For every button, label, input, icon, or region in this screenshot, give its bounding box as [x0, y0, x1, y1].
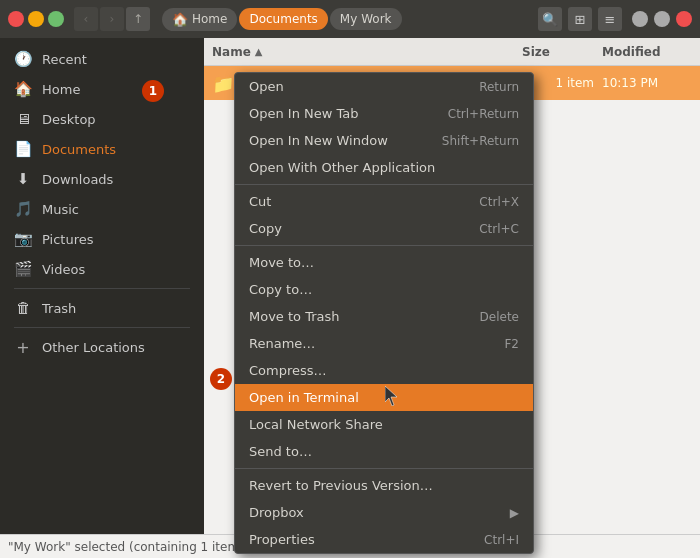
breadcrumb-home[interactable]: 🏠 Home	[162, 8, 237, 31]
ctx-open-new-tab[interactable]: Open In New Tab Ctrl+Return	[235, 100, 533, 127]
ctx-divider-2	[235, 245, 533, 246]
sidebar-item-desktop[interactable]: 🖥 Desktop	[0, 104, 204, 134]
sidebar-item-documents[interactable]: 📄 Documents	[0, 134, 204, 164]
ctx-send-to[interactable]: Send to…	[235, 438, 533, 465]
window-close-button[interactable]	[676, 11, 692, 27]
search-button[interactable]: 🔍	[538, 7, 562, 31]
ctx-copy-label: Copy	[249, 221, 282, 236]
col-size-header[interactable]: Size	[522, 45, 602, 59]
sort-arrow-icon: ▲	[255, 46, 263, 57]
other-locations-icon: +	[14, 338, 32, 357]
ctx-open-new-tab-label: Open In New Tab	[249, 106, 359, 121]
view-toggle-button[interactable]: ⊞	[568, 7, 592, 31]
ctx-open-label: Open	[249, 79, 284, 94]
breadcrumb: 🏠 Home Documents My Work	[162, 8, 534, 31]
downloads-icon: ⬇	[14, 170, 32, 188]
ctx-open-terminal-label: Open in Terminal	[249, 390, 359, 405]
ctx-move-to-trash-shortcut: Delete	[480, 310, 519, 324]
ctx-properties-shortcut: Ctrl+I	[484, 533, 519, 547]
status-text: "My Work" selected (containing 1 item)	[8, 540, 244, 554]
ctx-compress[interactable]: Compress…	[235, 357, 533, 384]
home-icon: 🏠	[172, 12, 188, 27]
ctx-open-new-window-shortcut: Shift+Return	[442, 134, 519, 148]
ctx-copy-to[interactable]: Copy to…	[235, 276, 533, 303]
ctx-compress-label: Compress…	[249, 363, 327, 378]
ctx-open-terminal[interactable]: Open in Terminal	[235, 384, 533, 411]
main-layout: 🕐 Recent 🏠 Home 🖥 Desktop 📄 Documents ⬇ …	[0, 38, 700, 534]
context-menu: Open Return Open In New Tab Ctrl+Return …	[234, 72, 534, 554]
menu-button[interactable]: ≡	[598, 7, 622, 31]
ctx-revert[interactable]: Revert to Previous Version…	[235, 472, 533, 499]
breadcrumb-documents[interactable]: Documents	[239, 8, 327, 30]
documents-icon: 📄	[14, 140, 32, 158]
ctx-move-to-label: Move to…	[249, 255, 314, 270]
ctx-cut-shortcut: Ctrl+X	[479, 195, 519, 209]
trash-icon: 🗑	[14, 299, 32, 317]
sidebar-item-home[interactable]: 🏠 Home	[0, 74, 204, 104]
ctx-dropbox-label: Dropbox	[249, 505, 304, 520]
home-sidebar-icon: 🏠	[14, 80, 32, 98]
sidebar-item-videos[interactable]: 🎬 Videos	[0, 254, 204, 284]
ctx-open-with[interactable]: Open With Other Application	[235, 154, 533, 181]
recent-icon: 🕐	[14, 50, 32, 68]
ctx-dropbox-arrow: ▶	[510, 506, 519, 520]
ctx-move-to-trash[interactable]: Move to Trash Delete	[235, 303, 533, 330]
window-max-button[interactable]	[654, 11, 670, 27]
sidebar-item-trash[interactable]: 🗑 Trash	[0, 293, 204, 323]
sidebar-item-pictures[interactable]: 📷 Pictures	[0, 224, 204, 254]
minimize-button[interactable]	[28, 11, 44, 27]
back-button[interactable]: ‹	[74, 7, 98, 31]
sidebar-item-videos-label: Videos	[42, 262, 85, 277]
ctx-rename-shortcut: F2	[504, 337, 519, 351]
window-min-button[interactable]	[632, 11, 648, 27]
titlebar: ‹ › ↑ 🏠 Home Documents My Work 🔍 ⊞ ≡	[0, 0, 700, 38]
breadcrumb-mywork[interactable]: My Work	[330, 8, 402, 30]
ctx-move-to-trash-label: Move to Trash	[249, 309, 340, 324]
sidebar-divider-2	[14, 327, 190, 328]
sidebar-item-music[interactable]: 🎵 Music	[0, 194, 204, 224]
ctx-properties[interactable]: Properties Ctrl+I	[235, 526, 533, 553]
file-header: Name ▲ Size Modified	[204, 38, 700, 66]
file-size: 1 item	[522, 76, 602, 90]
ctx-copy[interactable]: Copy Ctrl+C	[235, 215, 533, 242]
ctx-divider-1	[235, 184, 533, 185]
ctx-revert-label: Revert to Previous Version…	[249, 478, 433, 493]
ctx-properties-label: Properties	[249, 532, 315, 547]
sidebar-item-music-label: Music	[42, 202, 79, 217]
breadcrumb-mywork-label: My Work	[340, 12, 392, 26]
ctx-send-to-label: Send to…	[249, 444, 312, 459]
ctx-divider-3	[235, 468, 533, 469]
sidebar-item-recent[interactable]: 🕐 Recent	[0, 44, 204, 74]
col-name-label: Name	[212, 45, 251, 59]
sidebar-item-desktop-label: Desktop	[42, 112, 96, 127]
nav-arrows: ‹ › ↑	[74, 7, 150, 31]
ctx-move-to[interactable]: Move to…	[235, 249, 533, 276]
col-modified-label: Modified	[602, 45, 661, 59]
toolbar-right: 🔍 ⊞ ≡	[538, 7, 692, 31]
ctx-cut-label: Cut	[249, 194, 271, 209]
badge-2: 2	[210, 368, 232, 390]
ctx-dropbox[interactable]: Dropbox ▶	[235, 499, 533, 526]
sidebar-item-other-locations[interactable]: + Other Locations	[0, 332, 204, 363]
sidebar-item-recent-label: Recent	[42, 52, 87, 67]
close-button[interactable]	[8, 11, 24, 27]
sidebar-item-trash-label: Trash	[42, 301, 76, 316]
breadcrumb-home-label: Home	[192, 12, 227, 26]
ctx-open-new-window[interactable]: Open In New Window Shift+Return	[235, 127, 533, 154]
ctx-cut[interactable]: Cut Ctrl+X	[235, 188, 533, 215]
sidebar-item-pictures-label: Pictures	[42, 232, 93, 247]
breadcrumb-documents-label: Documents	[249, 12, 317, 26]
ctx-rename[interactable]: Rename… F2	[235, 330, 533, 357]
ctx-open-new-window-label: Open In New Window	[249, 133, 388, 148]
forward-button[interactable]: ›	[100, 7, 124, 31]
up-button[interactable]: ↑	[126, 7, 150, 31]
ctx-local-network[interactable]: Local Network Share	[235, 411, 533, 438]
col-modified-header[interactable]: Modified	[602, 45, 692, 59]
sidebar-item-downloads[interactable]: ⬇ Downloads	[0, 164, 204, 194]
ctx-local-network-label: Local Network Share	[249, 417, 383, 432]
col-name-header[interactable]: Name ▲	[212, 45, 522, 59]
maximize-button[interactable]	[48, 11, 64, 27]
ctx-open[interactable]: Open Return	[235, 73, 533, 100]
sidebar-item-home-label: Home	[42, 82, 80, 97]
ctx-copy-shortcut: Ctrl+C	[479, 222, 519, 236]
